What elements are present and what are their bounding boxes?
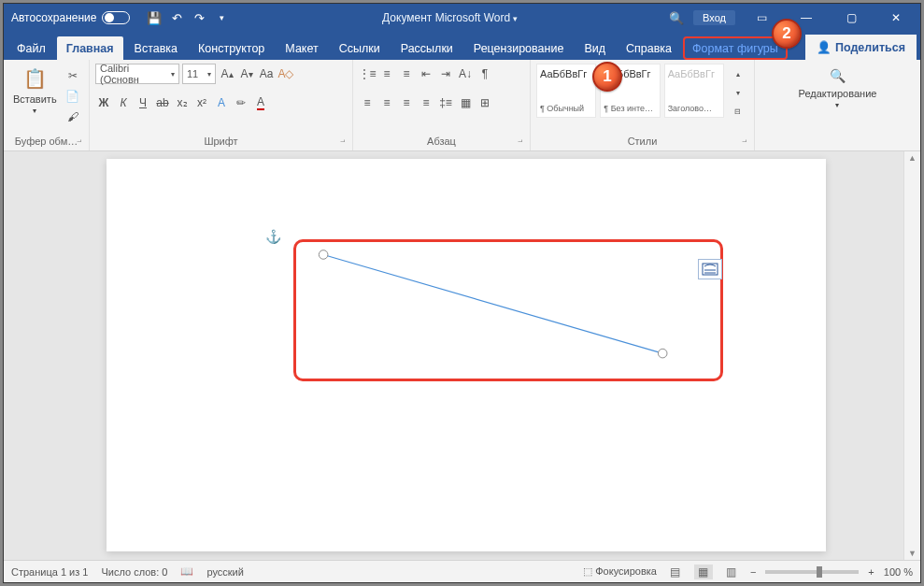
font-size-select[interactable]: 11▾ <box>182 64 216 84</box>
change-case-icon[interactable]: Aa <box>258 65 275 82</box>
status-spellcheck-icon[interactable]: 📖 <box>180 565 193 578</box>
group-paragraph-label: Абзац <box>359 134 524 149</box>
tab-layout[interactable]: Макет <box>276 36 327 60</box>
annotation-highlight-1 <box>293 239 723 381</box>
quick-access-toolbar: 💾 ↶ ↷ ▾ <box>137 8 238 27</box>
italic-icon[interactable]: К <box>115 94 132 111</box>
font-family-select[interactable]: Calibri (Основн▾ <box>95 64 179 84</box>
shading-icon[interactable]: ▦ <box>457 94 474 111</box>
zoom-in-button[interactable]: + <box>868 566 874 578</box>
autosave-toggle[interactable] <box>102 11 130 24</box>
view-web-icon[interactable]: ▥ <box>722 565 741 579</box>
copy-icon[interactable]: 📄 <box>64 88 81 105</box>
dec-indent-icon[interactable]: ⇤ <box>418 65 434 82</box>
zoom-level[interactable]: 100 % <box>884 566 913 578</box>
focus-mode-button[interactable]: ⬚ Фокусировка <box>583 565 657 578</box>
bullets-icon[interactable]: ⋮≡ <box>359 65 376 82</box>
styles-down-icon[interactable]: ▾ <box>730 84 746 101</box>
editing-button[interactable]: 🔍 Редактирование ▾ <box>795 64 881 111</box>
status-bar: Страница 1 из 1 Число слов: 0 📖 русский … <box>4 560 920 582</box>
tab-design[interactable]: Конструктор <box>189 36 274 60</box>
justify-icon[interactable]: ≡ <box>418 94 434 111</box>
superscript-icon[interactable]: x² <box>193 94 210 111</box>
underline-icon[interactable]: Ч <box>135 94 151 111</box>
borders-icon[interactable]: ⊞ <box>476 94 493 111</box>
paste-icon: 📋 <box>21 65 48 92</box>
clear-format-icon[interactable]: A◇ <box>277 65 294 82</box>
close-button[interactable]: ✕ <box>877 4 915 32</box>
tab-shape-format[interactable]: Формат фигуры <box>683 36 788 60</box>
shape-handle-end[interactable] <box>658 349 667 358</box>
paste-button[interactable]: 📋 Вставить ▾ <box>9 64 61 117</box>
format-painter-icon[interactable]: 🖌 <box>64 108 81 125</box>
sort-icon[interactable]: A↓ <box>457 65 474 82</box>
tab-references[interactable]: Ссылки <box>330 36 390 60</box>
group-styles-label: Стили <box>536 134 748 149</box>
status-language[interactable]: русский <box>206 566 243 578</box>
zoom-slider[interactable] <box>765 570 859 574</box>
bold-icon[interactable]: Ж <box>95 94 112 111</box>
login-button[interactable]: Вход <box>693 10 735 25</box>
document-title: Документ Microsoft Word ▾ <box>238 11 661 24</box>
layout-options-icon[interactable] <box>698 259 722 279</box>
qat-dropdown-icon[interactable]: ▾ <box>212 8 231 27</box>
inc-indent-icon[interactable]: ⇥ <box>437 65 454 82</box>
line-shape[interactable] <box>323 254 662 353</box>
page[interactable]: ⚓ <box>107 159 826 551</box>
tab-help[interactable]: Справка <box>617 36 681 60</box>
autosave-label: Автосохранение <box>11 11 96 24</box>
annotation-marker-1: 1 <box>592 62 622 92</box>
text-effects-icon[interactable]: A <box>213 94 230 111</box>
annotation-marker-2: 2 <box>772 19 802 49</box>
shrink-font-icon[interactable]: A▾ <box>238 65 255 82</box>
undo-icon[interactable]: ↶ <box>167 8 186 27</box>
align-right-icon[interactable]: ≡ <box>398 94 415 111</box>
save-icon[interactable]: 💾 <box>145 8 163 27</box>
tab-insert[interactable]: Вставка <box>125 36 187 60</box>
align-center-icon[interactable]: ≡ <box>378 94 395 111</box>
numbering-icon[interactable]: ≡ <box>378 65 395 82</box>
maximize-button[interactable]: ▢ <box>832 4 870 32</box>
highlight-icon[interactable]: ✏ <box>233 94 249 111</box>
autosave-group: Автосохранение <box>4 11 137 24</box>
search-icon[interactable]: 🔍 <box>667 8 686 27</box>
ribbon: 📋 Вставить ▾ ✂ 📄 🖌 Буфер обм… Calibri (О… <box>4 60 920 151</box>
group-clipboard-label: Буфер обм… <box>9 134 83 149</box>
find-icon: 🔍 <box>827 65 847 86</box>
group-font-label: Шрифт <box>95 134 347 149</box>
multilevel-icon[interactable]: ≡ <box>398 65 415 82</box>
view-print-icon[interactable]: ▦ <box>694 565 713 579</box>
document-area[interactable]: ⚓ <box>4 151 920 560</box>
styles-up-icon[interactable]: ▴ <box>730 65 746 82</box>
show-marks-icon[interactable]: ¶ <box>476 65 493 82</box>
style-normal[interactable]: АаБбВвГг ¶ Обычный <box>536 64 596 118</box>
tab-home[interactable]: Главная <box>57 36 123 60</box>
status-page[interactable]: Страница 1 из 1 <box>11 566 88 578</box>
style-heading1[interactable]: АаБбВвГг Заголово… <box>664 64 724 118</box>
tab-file[interactable]: Файл <box>7 36 55 60</box>
align-left-icon[interactable]: ≡ <box>359 94 376 111</box>
tab-review[interactable]: Рецензирование <box>464 36 574 60</box>
strike-icon[interactable]: ab <box>154 94 171 111</box>
vertical-scrollbar[interactable] <box>903 151 920 560</box>
font-color-icon[interactable]: A <box>252 94 269 111</box>
cut-icon[interactable]: ✂ <box>64 67 81 84</box>
line-spacing-icon[interactable]: ‡≡ <box>437 94 454 111</box>
shape-handle-start[interactable] <box>319 250 328 260</box>
view-read-icon[interactable]: ▤ <box>666 565 685 579</box>
share-button[interactable]: 👤Поделиться <box>805 35 917 60</box>
status-words[interactable]: Число слов: 0 <box>101 566 167 578</box>
anchor-icon: ⚓ <box>265 229 281 244</box>
subscript-icon[interactable]: x₂ <box>174 94 191 111</box>
redo-icon[interactable]: ↷ <box>190 8 208 27</box>
tab-mailings[interactable]: Рассылки <box>391 36 462 60</box>
zoom-out-button[interactable]: − <box>750 566 756 578</box>
grow-font-icon[interactable]: A▴ <box>219 65 235 82</box>
styles-more-icon[interactable]: ⊟ <box>730 103 746 120</box>
tab-view[interactable]: Вид <box>575 36 615 60</box>
